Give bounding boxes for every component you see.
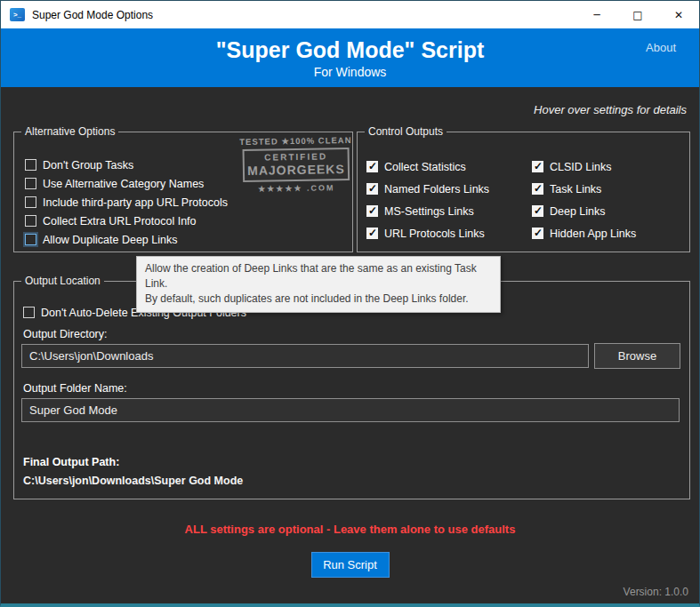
checkbox-box[interactable] [366, 161, 378, 172]
control-outputs-column-2: CLSID Links Task Links Deep Links Hidden… [532, 156, 636, 244]
checkbox-ms-settings-links[interactable]: MS-Settings Links [366, 200, 489, 222]
alternative-options-list: Don't Group Tasks Use Alternative Catego… [25, 156, 228, 249]
stamp-box: CERTIFIED MAJORGEEKS [243, 148, 350, 182]
output-directory-input[interactable] [21, 344, 589, 368]
hover-hint: Hover over settings for details [534, 103, 687, 116]
checkbox-box[interactable] [532, 183, 543, 195]
final-output-path-label: Final Output Path: [23, 456, 119, 468]
checkbox-dont-group-tasks[interactable]: Don't Group Tasks [25, 156, 228, 174]
checkbox-box[interactable] [532, 205, 543, 217]
checkbox-box[interactable] [366, 228, 378, 239]
checkbox-clsid-links[interactable]: CLSID Links [532, 156, 636, 178]
checkbox-hidden-app-links[interactable]: Hidden App Links [532, 222, 636, 244]
checkbox-box[interactable] [25, 159, 36, 171]
checkbox-box[interactable] [25, 178, 36, 189]
checkbox-box[interactable] [25, 196, 36, 208]
checkbox-label: Include third-party app URL Protocols [43, 196, 228, 209]
checkbox-box[interactable] [532, 161, 543, 172]
page-subtitle: For Windows [1, 65, 699, 79]
checkbox-label: Collect Statistics [384, 161, 466, 173]
page-title: "Super God Mode" Script [1, 28, 699, 63]
output-directory-label: Output Directory: [23, 328, 107, 340]
checkbox-third-party-url-protocols[interactable]: Include third-party app URL Protocols [25, 193, 228, 212]
checkbox-box[interactable] [25, 234, 36, 245]
control-outputs-column-1: Collect Statistics Named Folders Links M… [366, 156, 489, 244]
checkbox-box[interactable] [366, 205, 378, 217]
settings-optional-warning: ALL settings are optional - Leave them a… [1, 523, 699, 536]
checkbox-deep-links[interactable]: Deep Links [532, 200, 636, 222]
checkbox-alt-category-names[interactable]: Use Alternative Category Names [25, 174, 228, 193]
stamp-tested-text: TESTED ★100% CLEAN [233, 135, 358, 147]
window-controls: ─ □ ✕ [576, 1, 699, 28]
app-window: >_ Super God Mode Options ─ □ ✕ "Super G… [0, 0, 700, 607]
stamp-majorgeeks-text: MAJORGEEKS [245, 162, 348, 178]
output-location-group: Output Location Don't Auto-Delete Existi… [13, 281, 690, 499]
checkbox-label: Allow Duplicate Deep Links [43, 234, 177, 246]
output-location-legend: Output Location [21, 275, 104, 287]
checkbox-task-links[interactable]: Task Links [532, 178, 636, 200]
checkbox-box[interactable] [23, 307, 35, 318]
checkbox-label: Hidden App Links [550, 228, 636, 240]
tooltip-line-1: Allow the creation of Deep Links that ar… [145, 261, 492, 292]
checkbox-box[interactable] [366, 183, 378, 195]
main-body: Hover over settings for details Alternat… [1, 87, 699, 603]
tooltip-line-2: By default, such duplicates are not incl… [145, 292, 492, 307]
majorgeeks-certified-stamp: TESTED ★100% CLEAN CERTIFIED MAJORGEEKS … [233, 132, 359, 213]
checkbox-url-protocols-links[interactable]: URL Protocols Links [366, 222, 489, 244]
checkbox-collect-statistics[interactable]: Collect Statistics [366, 156, 489, 178]
header: "Super God Mode" Script For Windows Abou… [1, 28, 699, 87]
about-link[interactable]: About [646, 41, 676, 54]
checkbox-label: Use Alternative Category Names [43, 178, 204, 190]
browse-button[interactable]: Browse [594, 343, 680, 369]
stamp-certified-text: CERTIFIED [245, 151, 348, 163]
checkbox-extra-url-protocol-info[interactable]: Collect Extra URL Protocol Info [25, 212, 228, 230]
run-script-button[interactable]: Run Script [311, 552, 390, 578]
close-button[interactable]: ✕ [658, 1, 699, 28]
app-icon: >_ [10, 8, 25, 21]
checkbox-box[interactable] [25, 215, 36, 227]
checkbox-label: URL Protocols Links [384, 228, 485, 240]
checkbox-allow-duplicate-deep-links[interactable]: Allow Duplicate Deep Links [25, 230, 228, 249]
window-title: Super God Mode Options [32, 9, 153, 21]
minimize-button[interactable]: ─ [576, 1, 617, 28]
checkbox-label: MS-Settings Links [384, 205, 474, 218]
control-outputs-group: Control Outputs Collect Statistics Named… [357, 132, 690, 252]
checkbox-label: CLSID Links [550, 161, 611, 173]
checkbox-label: Named Folders Links [384, 183, 489, 196]
checkbox-label: Collect Extra URL Protocol Info [43, 215, 197, 228]
output-folder-name-input[interactable] [21, 398, 680, 422]
checkbox-label: Task Links [550, 183, 601, 196]
checkbox-box[interactable] [532, 228, 543, 239]
control-outputs-legend: Control Outputs [365, 125, 447, 138]
maximize-button[interactable]: □ [617, 1, 658, 28]
final-output-path-value: C:\Users\jon\Downloads\Super God Mode [23, 475, 243, 487]
deep-links-tooltip: Allow the creation of Deep Links that ar… [136, 256, 501, 313]
checkbox-named-folders-links[interactable]: Named Folders Links [366, 178, 489, 200]
checkbox-label: Don't Group Tasks [43, 159, 133, 172]
title-bar: >_ Super God Mode Options ─ □ ✕ [1, 1, 699, 28]
checkbox-label: Deep Links [550, 205, 606, 218]
version-label: Version: 1.0.0 [624, 586, 688, 598]
stamp-stars-text: ★★★★★ .COM [234, 183, 358, 194]
output-folder-name-label: Output Folder Name: [23, 382, 127, 395]
alternative-options-legend: Alternative Options [21, 125, 118, 138]
